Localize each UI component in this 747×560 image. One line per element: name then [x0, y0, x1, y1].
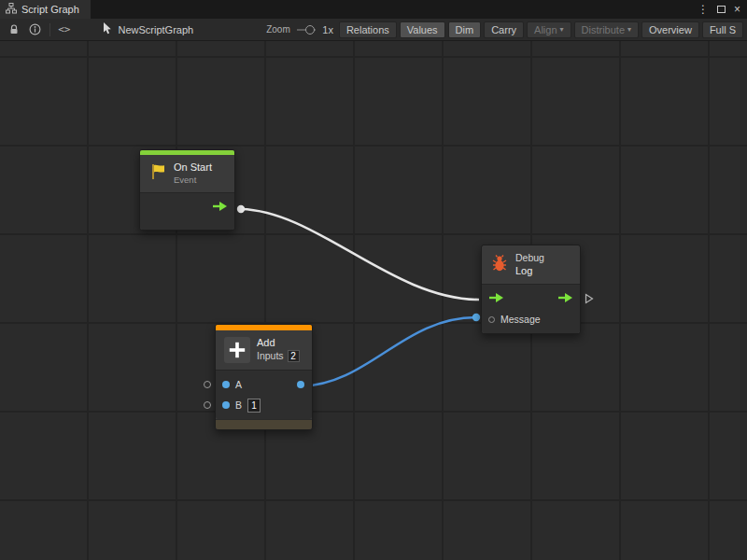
node-title: Log	[515, 265, 544, 278]
script-graph-icon	[6, 3, 17, 16]
wire-start-point-white[interactable]	[237, 205, 245, 213]
info-icon[interactable]	[24, 21, 46, 38]
bug-icon	[490, 254, 509, 276]
node-footer-strip	[216, 419, 312, 429]
pointer-icon	[103, 22, 113, 36]
port-a-input[interactable]	[222, 381, 230, 388]
node-header: On Start Event	[140, 155, 234, 192]
trigger-row	[482, 288, 580, 309]
wire-add-to-message[interactable]	[301, 317, 476, 386]
message-input-port[interactable]	[488, 316, 495, 323]
tab-title: Script Graph	[21, 4, 79, 15]
port-b-label: B	[235, 399, 242, 411]
node-group-label: Debug	[515, 252, 544, 265]
node-ports: A B 1	[216, 370, 312, 419]
node-add[interactable]: Add Inputs 2 A B 1	[215, 324, 313, 430]
node-on-start[interactable]: On Start Event	[139, 149, 235, 231]
values-button[interactable]: Values	[400, 21, 445, 38]
maximize-icon[interactable]	[717, 6, 726, 13]
window-controls: ⋮ ×	[698, 4, 747, 15]
node-header: Add Inputs 2	[216, 330, 312, 370]
align-button[interactable]: Align ▾	[527, 21, 571, 38]
chevron-down-icon: ▾	[627, 25, 631, 34]
zoom-slider-knob[interactable]	[305, 25, 315, 35]
port-a-row: A	[216, 374, 312, 395]
zoom-label: Zoom	[266, 24, 290, 35]
trigger-output-row	[140, 197, 234, 217]
graph-canvas[interactable]: On Start Event	[0, 41, 747, 560]
graph-breadcrumb[interactable]: NewScriptGraph	[103, 22, 193, 36]
port-a-label: A	[235, 379, 242, 390]
sum-output-port[interactable]	[297, 381, 304, 388]
inputs-count-field[interactable]: 2	[288, 350, 300, 362]
window-menu-icon[interactable]: ⋮	[698, 4, 709, 15]
full-screen-button[interactable]: Full S	[702, 21, 743, 38]
wire-end-point-blue[interactable]	[472, 314, 480, 321]
node-title: On Start	[174, 161, 212, 175]
trigger-input-port[interactable]	[488, 292, 504, 305]
unconnected-port-indicator	[204, 381, 211, 388]
distribute-button[interactable]: Distribute ▾	[574, 21, 639, 38]
node-subtitle: Event	[174, 175, 212, 186]
unconnected-port-indicator	[204, 401, 211, 409]
overview-button[interactable]: Overview	[641, 21, 699, 38]
relations-button[interactable]: Relations	[339, 21, 397, 38]
flag-icon	[148, 162, 167, 185]
code-view-icon[interactable]: <>	[53, 21, 75, 38]
close-icon[interactable]: ×	[734, 4, 740, 15]
node-ports: Message	[482, 284, 580, 333]
message-port-label: Message	[500, 314, 541, 325]
wire-layer	[0, 41, 747, 560]
port-b-input[interactable]	[222, 401, 230, 409]
tab-script-graph[interactable]: Script Graph	[0, 0, 91, 19]
unconnected-trigger-indicator	[585, 293, 594, 306]
message-input-row: Message	[482, 309, 580, 329]
graph-name-label: NewScriptGraph	[118, 24, 193, 35]
trigger-output-port[interactable]	[557, 292, 573, 305]
plus-icon	[224, 337, 250, 363]
inputs-label: Inputs	[257, 350, 284, 363]
node-title: Add	[257, 337, 300, 350]
carry-button[interactable]: Carry	[484, 21, 524, 38]
port-spacer	[140, 217, 234, 226]
trigger-output-port[interactable]	[212, 201, 228, 214]
wire-on-start-to-log[interactable]	[241, 209, 479, 300]
node-header: Debug Log	[482, 245, 580, 284]
titlebar: Script Graph ⋮ ×	[0, 0, 747, 19]
zoom-slider[interactable]	[297, 29, 317, 31]
toolbar-buttons: Relations Values Dim Carry Align ▾ Distr…	[339, 21, 743, 38]
node-debug-log[interactable]: Debug Log	[481, 245, 581, 334]
node-ports	[140, 192, 234, 230]
dim-button[interactable]: Dim	[448, 21, 482, 38]
lock-icon[interactable]	[4, 21, 24, 38]
graph-toolbar: <> NewScriptGraph Zoom 1x Relations Valu…	[0, 19, 747, 41]
zoom-value: 1x	[322, 24, 333, 35]
chevron-down-icon: ▾	[560, 25, 564, 34]
port-b-row: B 1	[216, 395, 312, 415]
port-b-value-field[interactable]: 1	[247, 399, 261, 413]
